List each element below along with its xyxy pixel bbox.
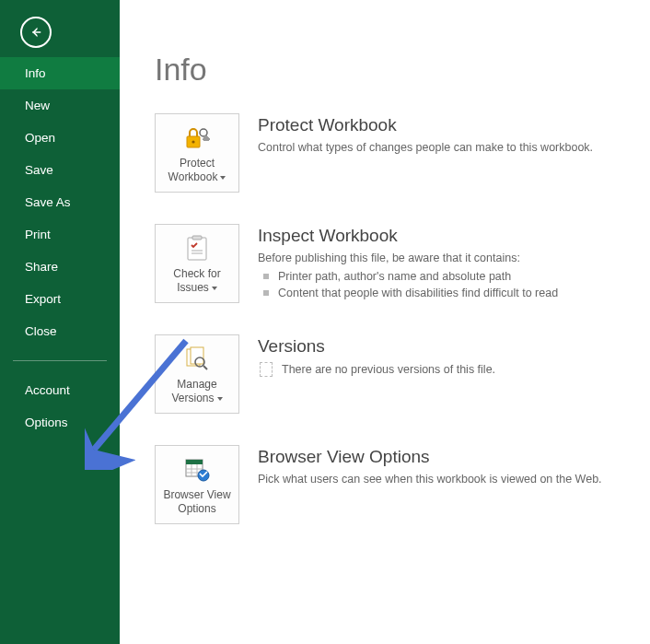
svg-point-1 (192, 140, 194, 143)
svg-line-10 (203, 366, 207, 369)
chevron-down-icon (217, 170, 226, 183)
inspect-tile-label: Check for Issues (159, 267, 235, 295)
protect-desc: Control what types of changes people can… (258, 141, 593, 154)
versions-tile-label: Manage Versions (159, 378, 235, 405)
sidebar-item-save[interactable]: Save (0, 154, 120, 186)
versions-desc: There are no previous versions of this f… (282, 363, 495, 376)
browser-desc: Pick what users can see when this workbo… (258, 473, 602, 486)
sidebar-item-print[interactable]: Print (0, 218, 120, 251)
inspect-heading: Inspect Workbook (258, 226, 558, 246)
content-area: Info Protect Workbook Protect Workbook C… (120, 0, 650, 644)
inspect-bullet-2: Content that people with disabilities fi… (258, 285, 558, 301)
inspect-bullet-1: Printer path, author's name and absolute… (258, 268, 558, 285)
chevron-down-icon (215, 392, 223, 404)
document-icon (260, 362, 273, 377)
check-for-issues-button[interactable]: Check for Issues (155, 224, 239, 303)
checklist-icon (159, 234, 235, 263)
sidebar-item-save-as[interactable]: Save As (0, 186, 120, 218)
sidebar-separator (13, 360, 107, 361)
inspect-bullets: Printer path, author's name and absolute… (258, 268, 558, 301)
section-inspect: Check for Issues Inspect Workbook Before… (155, 224, 650, 303)
browser-heading: Browser View Options (258, 447, 602, 467)
versions-heading: Versions (258, 336, 495, 357)
back-arrow-icon (28, 24, 44, 41)
sidebar-item-account[interactable]: Account (0, 374, 120, 406)
svg-rect-3 (188, 238, 206, 260)
section-protect: Protect Workbook Protect Workbook Contro… (155, 113, 650, 193)
page-title: Info (155, 52, 650, 88)
document-search-icon (159, 345, 235, 374)
sidebar-item-options[interactable]: Options (0, 406, 120, 439)
sidebar-item-new[interactable]: New (0, 89, 120, 122)
manage-versions-button[interactable]: Manage Versions (155, 334, 239, 414)
browser-tile-label: Browser View Options (159, 488, 235, 516)
sidebar-menu: Info New Open Save Save As Print Share E… (0, 57, 120, 439)
sidebar-item-export[interactable]: Export (0, 283, 120, 315)
sidebar-item-info[interactable]: Info (0, 57, 120, 89)
inspect-desc: Before publishing this file, be aware th… (258, 252, 558, 264)
sidebar-item-share[interactable]: Share (0, 251, 120, 283)
versions-row: There are no previous versions of this f… (258, 362, 495, 377)
section-browser: Browser View Options Browser View Option… (155, 445, 650, 524)
svg-rect-12 (186, 460, 203, 464)
lock-key-icon (159, 123, 235, 153)
svg-rect-4 (192, 236, 202, 240)
protect-tile-label: Protect Workbook (159, 157, 235, 184)
browser-view-options-button[interactable]: Browser View Options (155, 445, 239, 524)
svg-rect-8 (191, 347, 203, 364)
excel-globe-icon (159, 455, 235, 485)
protect-heading: Protect Workbook (258, 115, 593, 135)
section-versions: Manage Versions Versions There are no pr… (155, 334, 650, 414)
chevron-down-icon (209, 281, 217, 294)
protect-workbook-button[interactable]: Protect Workbook (155, 113, 239, 193)
back-button[interactable] (20, 17, 52, 48)
sidebar-item-open[interactable]: Open (0, 122, 120, 154)
sidebar-item-close[interactable]: Close (0, 315, 120, 347)
backstage-sidebar: Info New Open Save Save As Print Share E… (0, 0, 120, 644)
